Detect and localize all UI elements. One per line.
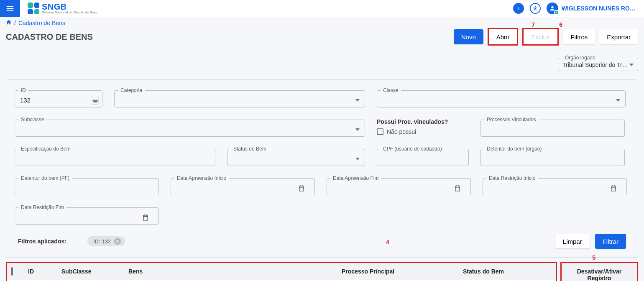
chevron-down-icon — [355, 99, 360, 102]
breadcrumb: / Cadastro de Bens — [0, 17, 644, 26]
home-icon — [6, 19, 12, 25]
chevron-down-icon — [355, 128, 360, 131]
cpf-field[interactable]: CPF (usuário de cadastro) — [377, 146, 469, 166]
org-logado-label: Órgão logado — [562, 55, 598, 61]
data-apreensao-fim-field[interactable]: Data Apreensão Fim — [327, 175, 471, 195]
calendar-icon — [298, 184, 305, 192]
exportar-button[interactable]: Exportar — [599, 29, 638, 44]
logo-acronym: SNGB — [42, 3, 97, 11]
breadcrumb-home[interactable] — [6, 19, 12, 26]
calendar-icon — [142, 214, 149, 221]
data-apreensao-inicio-field[interactable]: Data Apreensão Início — [171, 175, 315, 195]
results-table: ID SubClasse Bens Processo Principal Sta… — [6, 262, 557, 281]
col-subclasse: SubClasse — [61, 268, 128, 275]
col-status: Status do Bem — [463, 268, 555, 275]
col-id: ID — [28, 268, 61, 275]
status-bem-select[interactable]: Status do Bem — [227, 146, 365, 166]
id-field[interactable]: ID — [15, 87, 102, 107]
applied-filters-row: Filtros aplicados: ID: 132 ✕ 4 Limpar Fi… — [10, 234, 634, 254]
detentor-orgao-field[interactable]: Detentor do bem (órgao) — [480, 146, 625, 166]
hamburger-icon — [5, 4, 15, 13]
calendar-icon — [454, 184, 461, 192]
id-input[interactable] — [15, 94, 92, 107]
col-processo: Processo Principal — [342, 268, 463, 275]
avatar — [547, 3, 558, 14]
logo-icon — [28, 3, 39, 14]
annotation-4: 4 — [386, 239, 389, 245]
page-actions: Novo Abrir Excluir Filtros Exportar — [454, 28, 638, 46]
subclasse-select[interactable]: Subclasse — [15, 117, 365, 137]
filtrar-button[interactable]: Filtrar — [595, 234, 626, 249]
col-bens: Bens — [128, 268, 342, 275]
chip-remove-icon[interactable]: ✕ — [114, 238, 121, 245]
user-menu[interactable]: WIGLESSON NUNES RO… — [547, 3, 636, 14]
col-toggle: Desativar/Ativar Registro — [562, 263, 637, 281]
annotation-6: 6 — [559, 21, 562, 28]
detentor-pf-field[interactable]: Detentor do bem (PF) — [15, 175, 159, 195]
limpar-button[interactable]: Limpar — [555, 234, 590, 249]
novo-button[interactable]: Novo — [454, 29, 483, 44]
accessibility-icon[interactable] — [530, 3, 541, 14]
data-restricao-inicio-field[interactable]: Data Restrição Início — [483, 175, 627, 195]
processos-vinculados-field[interactable]: Processos Vinculados — [480, 117, 625, 137]
especificacao-field[interactable]: Especificação do Bem — [15, 146, 215, 166]
logo-subtitle: Sistema Nacional de Gestão de Bens — [42, 11, 97, 14]
menu-button[interactable] — [0, 0, 20, 17]
checkbox-icon — [377, 128, 383, 135]
number-stepper[interactable] — [92, 96, 99, 105]
annotation-7: 7 — [532, 21, 535, 28]
applied-filters-label: Filtros aplicados: — [18, 238, 66, 245]
svg-point-0 — [534, 6, 535, 7]
results-area: 5 ID SubClasse Bens Processo Principal S… — [6, 262, 638, 281]
processos-vinculados-input[interactable] — [481, 123, 624, 136]
categoria-select[interactable]: Categoria — [114, 87, 365, 107]
nao-possui-option[interactable]: Não possui — [377, 128, 469, 135]
filter-panel: ID Categoria Classe Subclasse Poss — [7, 79, 637, 258]
page-header: CADASTRO DE BENS Novo Abrir Excluir Filt… — [0, 26, 644, 50]
possui-proc-label: Possui Proc. vinculados? — [377, 118, 469, 125]
filtros-button[interactable]: Filtros — [563, 29, 595, 44]
check-badge-icon — [554, 10, 559, 15]
user-name: WIGLESSON NUNES RO… — [562, 5, 636, 12]
select-all-checkbox[interactable] — [11, 267, 13, 276]
chevron-down-icon — [355, 158, 360, 160]
org-row: Órgão logado Tribunal Superior do Tra… — [0, 50, 644, 71]
table-header: ID SubClasse Bens Processo Principal Sta… — [7, 263, 556, 280]
topbar: SNGB Sistema Nacional de Gestão de Bens … — [0, 0, 644, 17]
org-logado-select[interactable]: Órgão logado Tribunal Superior do Tra… — [558, 55, 637, 71]
filter-chip-id[interactable]: ID: 132 ✕ — [87, 236, 125, 246]
info-icon[interactable] — [513, 3, 524, 14]
abrir-button[interactable]: Abrir — [489, 29, 517, 44]
annotation-5: 5 — [592, 254, 595, 261]
chevron-down-icon — [616, 99, 620, 102]
topbar-actions: WIGLESSON NUNES RO… — [513, 3, 636, 14]
breadcrumb-current[interactable]: Cadastro de Bens — [18, 20, 65, 26]
toggle-column: Desativar/Ativar Registro — [560, 262, 638, 281]
classe-select[interactable]: Classe — [377, 87, 626, 107]
org-logado-value: Tribunal Superior do Tra… — [562, 61, 629, 68]
logo: SNGB Sistema Nacional de Gestão de Bens — [28, 3, 97, 14]
possui-proc-group: Possui Proc. vinculados? Não possui — [377, 117, 469, 137]
data-restricao-fim-field[interactable]: Data Restrição Fim — [15, 204, 159, 225]
excluir-button[interactable]: Excluir — [524, 29, 557, 44]
calendar-icon — [610, 184, 617, 192]
page-title: CADASTRO DE BENS — [6, 32, 93, 42]
chevron-down-icon — [629, 64, 634, 66]
